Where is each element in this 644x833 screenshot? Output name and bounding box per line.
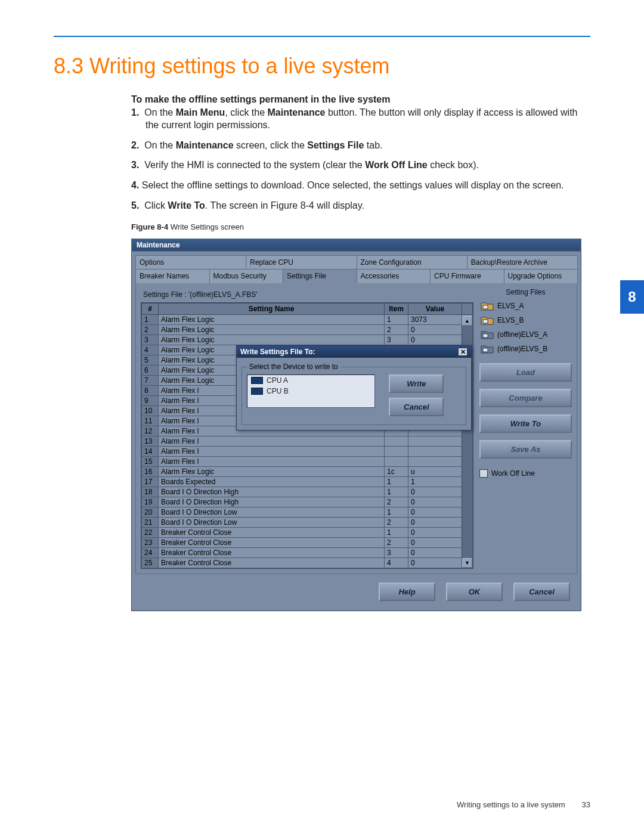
table-row[interactable]: 25Breaker Control Close40 [142,558,473,568]
scroll-down-icon[interactable]: ▼ [462,558,472,568]
table-row[interactable]: 18Board I O Direction High10 [142,487,473,497]
device-item[interactable]: CPU B [247,386,374,397]
dialog-write-button[interactable]: Write [389,374,444,393]
folder-icon [481,329,494,340]
device-list[interactable]: CPU ACPU B [247,374,375,408]
write-to-button[interactable]: Write To [479,414,572,433]
table-row[interactable]: 22Breaker Control Close10 [142,528,473,538]
close-icon[interactable]: ✕ [458,348,467,356]
setting-files-list: ELVS_AELVS_B(offline)ELVS_A(offline)ELVS… [479,299,572,356]
figure-caption-bold: Figure 8-4 [131,222,168,231]
section-heading: 8.3 Writing settings to a live system [54,54,590,79]
step2-mid: screen, click the [234,140,308,150]
ok-button[interactable]: OK [446,583,503,601]
step3-post: check box). [428,160,479,170]
step5-pre: Click [144,200,168,210]
folder-icon [481,315,494,326]
write-settings-dialog: Write Settings File To: ✕ Select the Dev… [236,345,472,431]
settings-file-label: Settings File : '(offline)ELVS_A.FBS' [141,288,473,302]
col-header-num: # [142,304,159,315]
col-header-item: Item [385,304,408,315]
dialog-cancel-button[interactable]: Cancel [389,398,444,416]
intro-line: To make the offline settings permanent i… [131,93,584,106]
footer-text: Writing settings to a live system [457,800,565,809]
tab-options[interactable]: Options [135,255,246,269]
step1-mid: , click the [225,107,267,117]
tab-breaker-names[interactable]: Breaker Names [135,269,210,283]
scroll-up-icon[interactable]: ▲ [462,316,472,326]
table-row[interactable]: 21Board I O Direction Low20 [142,518,473,528]
tab-upgrade-options[interactable]: Upgrade Options [504,269,578,283]
dialog-title: Write Settings File To: [240,348,315,356]
step1-b1: Main Menu [176,107,225,117]
table-row[interactable]: 3Alarm Flex Logic30 [142,335,473,345]
figure-caption: Figure 8-4 Write Settings screen [131,222,590,231]
step3-b1: Work Off Line [365,160,428,170]
save-as-button[interactable]: Save As [479,440,572,459]
compare-button[interactable]: Compare [479,389,572,407]
step-3: 3. Verify the HMI is connected to the sy… [131,159,584,172]
step3-pre: Verify the HMI is connected to the syste… [144,160,365,170]
step4-text: Select the offline settings to download.… [142,180,564,190]
figure-caption-rest: Write Settings screen [168,222,244,231]
step5-post: . The screen in Figure 8-4 will display. [205,200,364,210]
step2-b2: Settings File [307,140,364,150]
work-offline-row[interactable]: Work Off Line [479,469,572,478]
chapter-tab: 8 [620,280,644,314]
setting-file-item[interactable]: ELVS_A [479,299,572,313]
work-offline-label: Work Off Line [491,469,535,478]
setting-file-item[interactable]: (offline)ELVS_A [479,327,572,342]
tab-settings-file[interactable]: Settings File [283,269,357,283]
col-header-value: Value [408,304,462,315]
cpu-icon [251,377,263,384]
tab-zone-configuration[interactable]: Zone Configuration [357,255,467,269]
folder-icon [481,343,494,354]
step2-pre: On the [144,140,175,150]
tab-modbus-security[interactable]: Modbus Security [209,269,284,283]
window-title: Maintenance [131,239,581,252]
setting-files-label: Setting Files [479,288,572,299]
step-4: 4. Select the offline settings to downlo… [131,179,584,192]
table-row[interactable]: 23Breaker Control Close20 [142,538,473,548]
table-row[interactable]: 2Alarm Flex Logic20 [142,325,473,335]
table-row[interactable]: 17Boards Expected11 [142,477,473,487]
cpu-icon [251,388,263,395]
table-row[interactable]: 14Alarm Flex l [142,447,473,457]
tab-replace-cpu[interactable]: Replace CPU [246,255,357,269]
table-row[interactable]: 15Alarm Flex l [142,457,473,467]
help-button[interactable]: Help [379,583,435,601]
col-header-name: Setting Name [159,304,385,315]
table-row[interactable]: 19Board I O Direction High20 [142,497,473,507]
step1-b2: Maintenance [268,107,326,117]
step5-b1: Write To [168,200,205,210]
top-rule [54,36,590,37]
cancel-button[interactable]: Cancel [513,583,570,601]
setting-file-item[interactable]: (offline)ELVS_B [479,342,572,356]
step-5: 5. Click Write To. The screen in Figure … [131,199,584,212]
step1-pre: On the [144,107,175,117]
step-2: 2. On the Maintenance screen, click the … [131,139,584,152]
tab-accessories[interactable]: Accessories [357,269,431,283]
table-row[interactable]: 20Board I O Direction Low10 [142,507,473,518]
work-offline-checkbox[interactable] [479,469,488,478]
table-row[interactable]: 16Alarm Flex Logic1cu [142,467,473,477]
load-button[interactable]: Load [479,363,572,382]
maintenance-screenshot: Maintenance OptionsReplace CPUZone Confi… [131,239,581,611]
setting-file-item[interactable]: ELVS_B [479,313,572,327]
tabs-row-1: OptionsReplace CPUZone ConfigurationBack… [135,255,577,269]
table-row[interactable]: 24Breaker Control Close30 [142,548,473,558]
table-row[interactable]: 1Alarm Flex Logic13073 [142,315,473,325]
tab-backup-restore-archive[interactable]: Backup\Restore Archive [467,255,578,269]
settings-grid[interactable]: # Setting Name Item Value 1Alarm Flex Lo… [141,303,473,568]
tabs-row-2: Breaker NamesModbus SecuritySettings Fil… [135,269,577,283]
page-number: 33 [582,800,590,809]
folder-icon [481,301,494,311]
step2-post: tab. [364,140,382,150]
device-item[interactable]: CPU A [247,375,374,386]
tab-cpu-firmware[interactable]: CPU Firmware [430,269,504,283]
dialog-legend: Select the Device to write to [247,363,340,371]
bottom-button-bar: Help OK Cancel [135,574,577,607]
step-1: 1. On the Main Menu, click the Maintenan… [131,106,584,132]
table-row[interactable]: 13Alarm Flex l [142,436,473,447]
step2-b1: Maintenance [176,140,234,150]
